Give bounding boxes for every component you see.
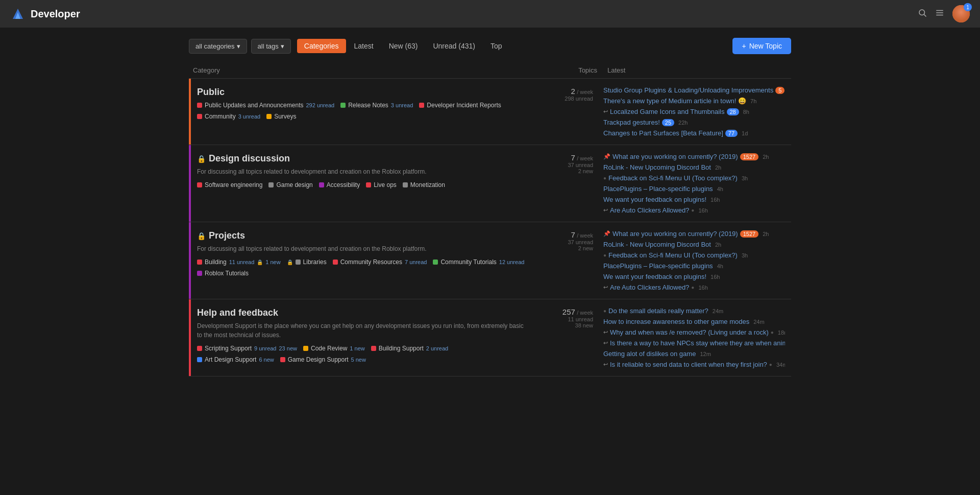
- subcat-dot: [197, 271, 202, 276]
- table-header: Category Topics Latest: [189, 64, 791, 79]
- subcat-release-notes[interactable]: Release Notes 3 unread: [340, 102, 413, 109]
- subcat-libraries[interactable]: 🔒 Libraries: [287, 258, 327, 266]
- category-title-help[interactable]: Help and feedback: [197, 308, 530, 318]
- subcat-building-support[interactable]: Building Support 2 unread: [371, 345, 449, 352]
- category-title-projects[interactable]: 🔒 Projects: [197, 230, 530, 241]
- subcat-game-design-support[interactable]: Game Design Support 5 new: [280, 356, 366, 363]
- latest-item[interactable]: There's a new type of Medium article in …: [603, 96, 785, 106]
- latest-item[interactable]: ↩ Are Auto Clickers Allowed? ● 16h: [603, 282, 785, 293]
- reply-icon: ↩: [603, 329, 608, 336]
- category-title-public[interactable]: Public: [197, 87, 530, 98]
- latest-item[interactable]: PlacePlugins – Place-specific plugins 4h: [603, 261, 785, 271]
- category-title-design[interactable]: 🔒 Design discussion: [197, 153, 530, 164]
- latest-item[interactable]: ● Feedback on Sci-fi Menu UI (Too comple…: [603, 250, 785, 261]
- latest-item[interactable]: Changes to Part Surfaces [Beta Feature] …: [603, 128, 785, 138]
- subcategories-design: Software engineering Game design Accessi…: [197, 180, 530, 190]
- tab-categories[interactable]: Categories: [297, 39, 346, 53]
- subcat-dot: [197, 182, 202, 187]
- subcat-dot: [197, 260, 202, 265]
- all-tags-filter[interactable]: all tags ▾: [251, 39, 291, 54]
- subcat-software-eng[interactable]: Software engineering: [197, 181, 262, 188]
- latest-item[interactable]: We want your feedback on plugins! 16h: [603, 194, 785, 205]
- reply-icon: ↩: [603, 284, 608, 291]
- main-header: Developer 1: [0, 0, 980, 28]
- subcat-art-design[interactable]: Art Design Support 6 new: [197, 356, 274, 363]
- category-desc-design: For discussing all topics related to dev…: [197, 167, 530, 176]
- subcat-dot: [433, 260, 438, 265]
- subcat-game-design[interactable]: Game design: [268, 181, 312, 188]
- all-categories-filter[interactable]: all categories ▾: [189, 39, 247, 54]
- subcat-code-review[interactable]: Code Review 1 new: [303, 345, 365, 352]
- subcat-accessibility[interactable]: Accessibility: [319, 181, 360, 188]
- category-design-discussion: 🔒 Design discussion For discussing all t…: [189, 145, 791, 222]
- category-info-projects: 🔒 Projects For discussing all topics rel…: [191, 222, 536, 299]
- latest-item[interactable]: ● Feedback on Sci-fi Menu UI (Too comple…: [603, 173, 785, 183]
- search-icon[interactable]: [918, 8, 927, 20]
- header-actions: 1: [918, 5, 970, 22]
- latest-item[interactable]: RoLink - New Upcoming Discord Bot 2h: [603, 162, 785, 173]
- subcat-roblox-tutorials[interactable]: Roblox Tutorials: [197, 270, 249, 277]
- tab-top[interactable]: Top: [483, 39, 509, 53]
- latest-item[interactable]: Getting alot of dislikes on game 12m: [603, 348, 785, 359]
- notification-badge: 1: [964, 3, 972, 11]
- category-info-design: 🔒 Design discussion For discussing all t…: [191, 145, 536, 222]
- subcat-dot: [197, 103, 202, 108]
- subcat-live-ops[interactable]: Live ops: [366, 181, 397, 188]
- subcat-building[interactable]: Building 11 unread 🔒 1 new: [197, 258, 281, 266]
- category-stats-projects: 7 / week 37 unread 2 new: [536, 222, 597, 299]
- latest-item[interactable]: ↩ Is it reliable to send data to client …: [603, 359, 785, 370]
- latest-item[interactable]: ↩ Localized Game Icons and Thumbnails 28…: [603, 106, 785, 117]
- tab-new[interactable]: New (63): [382, 39, 425, 53]
- chevron-down-icon: ▾: [281, 42, 284, 50]
- latest-item[interactable]: ↩ Why and when was /e removed? (Living u…: [603, 327, 785, 338]
- latest-item[interactable]: 📌 What are you working on currently? (20…: [603, 228, 785, 239]
- hamburger-icon[interactable]: [935, 8, 944, 20]
- category-latest-help: ● Do the small details really matter? 24…: [597, 299, 791, 376]
- tab-unread[interactable]: Unread (431): [426, 39, 482, 53]
- main-nav-tabs: Categories Latest New (63) Unread (431) …: [297, 39, 509, 53]
- bullet-icon: ●: [769, 362, 772, 367]
- subcategories-projects: Building 11 unread 🔒 1 new 🔒 Libraries C…: [197, 257, 530, 278]
- main-content: all categories ▾ all tags ▾ Categories L…: [179, 28, 801, 387]
- subcat-scripting[interactable]: Scripting Support 9 unread 23 new: [197, 345, 297, 352]
- plus-icon: +: [742, 42, 746, 50]
- latest-item[interactable]: ↩ Are Auto Clickers Allowed? ● 16h: [603, 205, 785, 216]
- chevron-down-icon: ▾: [237, 42, 240, 50]
- tab-latest[interactable]: Latest: [347, 39, 381, 53]
- subcat-dot: [303, 346, 308, 351]
- latest-item[interactable]: RoLink - New Upcoming Discord Bot 2h: [603, 239, 785, 250]
- site-title: Developer: [31, 8, 80, 20]
- new-topic-button[interactable]: + New Topic: [732, 38, 791, 54]
- latest-item[interactable]: 📌 What are you working on currently? (20…: [603, 151, 785, 162]
- subcat-surveys[interactable]: Surveys: [266, 113, 296, 120]
- subcat-community-tutorials[interactable]: Community Tutorials 12 unread: [433, 258, 524, 266]
- subcat-dot: [197, 114, 202, 119]
- lock-icon: 🔒: [197, 155, 206, 163]
- category-desc-projects: For discussing all topics related to dev…: [197, 244, 530, 253]
- category-info-help: Help and feedback Development Support is…: [191, 299, 536, 376]
- stats-per-week: 7 / week: [540, 230, 593, 239]
- latest-item[interactable]: How to increase awareness to other game …: [603, 316, 785, 327]
- latest-item[interactable]: PlacePlugins – Place-specific plugins 4h: [603, 183, 785, 194]
- latest-item[interactable]: Trackpad gestures! 25 22h: [603, 117, 785, 128]
- lock-icon: 🔒: [257, 260, 263, 265]
- subcat-community[interactable]: Community 3 unread: [197, 113, 260, 120]
- subcat-public-updates[interactable]: Public Updates and Announcements 292 unr…: [197, 102, 334, 109]
- svg-point-2: [919, 10, 925, 15]
- latest-item[interactable]: ↩ Is there a way to have NPCs stay where…: [603, 338, 785, 348]
- subcat-dev-incident[interactable]: Developer Incident Reports: [419, 102, 501, 109]
- category-help-feedback: Help and feedback Development Support is…: [189, 299, 791, 376]
- subcat-community-resources[interactable]: Community Resources 7 unread: [333, 258, 427, 266]
- latest-item[interactable]: Studio Group Plugins & Loading/Unloading…: [603, 85, 785, 96]
- category-desc-help: Development Support is the place where y…: [197, 321, 530, 340]
- subcat-monetization[interactable]: Monetization: [403, 181, 445, 188]
- subcat-dot: [371, 346, 376, 351]
- stats-per-week: 7 / week: [540, 153, 593, 162]
- th-latest: Latest: [597, 66, 791, 74]
- latest-item[interactable]: We want your feedback on plugins! 16h: [603, 271, 785, 282]
- user-avatar[interactable]: 1: [952, 5, 970, 22]
- subcat-dot: [268, 182, 274, 187]
- subcat-dot: [319, 182, 324, 187]
- reply-icon: ↩: [603, 108, 608, 115]
- latest-item[interactable]: ● Do the small details really matter? 24…: [603, 305, 785, 316]
